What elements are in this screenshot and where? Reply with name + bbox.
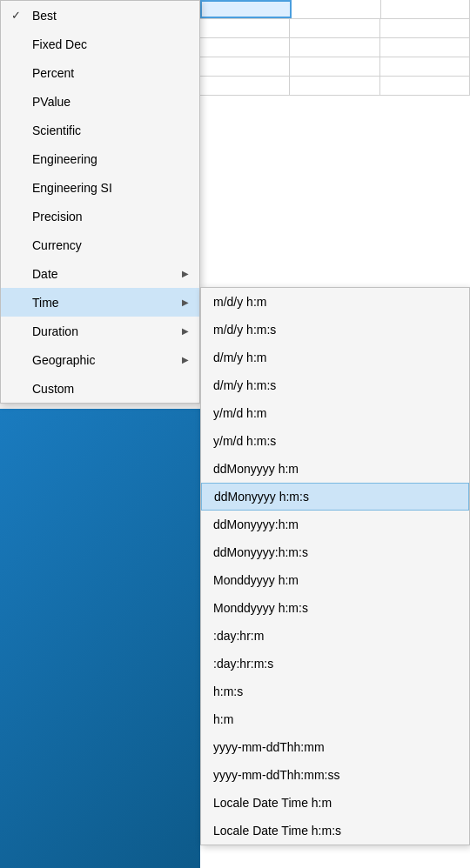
menu-label-scientific: Scientific [32,124,189,137]
submenu-item-day-hrm[interactable]: :day:hr:m [201,622,469,650]
submenu-label-ddmonyyyy-hms2: ddMonyyyy:h:m:s [213,545,308,559]
menu-label-currency: Currency [32,238,189,252]
submenu-label-day-hrms: :day:hr:m:s [213,657,273,671]
submenu-item-ddmonyyyy-hm2[interactable]: ddMonyyyy:h:m [201,511,469,538]
menu-label-geographic: Geographic [32,353,182,367]
selected-cell[interactable] [200,0,292,18]
submenu-label-ymd-hm: y/m/d h:m [213,406,266,420]
sidebar-blue-background [0,409,200,868]
submenu-item-ddmonyyyy-hms[interactable]: ddMonyyyy h:m:s [201,483,469,511]
spreadsheet-row [200,0,470,19]
menu-item-fixed-dec[interactable]: Fixed Dec [1,30,199,58]
menu-item-percent[interactable]: Percent [1,58,199,87]
submenu-item-ymd-hms[interactable]: y/m/d h:m:s [201,427,469,455]
submenu-arrow-date: ▶ [182,269,189,278]
submenu-item-iso-hhmmss[interactable]: yyyy-mm-ddThh:mm:ss [201,761,469,789]
spreadsheet-row [200,57,470,77]
submenu-item-dmy-hms[interactable]: d/m/y h:m:s [201,371,469,399]
submenu-label-monddyyyy-hms: Monddyyyy h:m:s [213,601,308,615]
menu-item-currency[interactable]: Currency [1,230,199,259]
menu-label-precision: Precision [32,210,189,224]
submenu-item-ddmonyyyy-hm[interactable]: ddMonyyyy h:m [201,455,469,483]
spreadsheet-cell[interactable] [200,77,290,95]
menu-item-geographic[interactable]: Geographic▶ [1,345,199,374]
submenu-label-locale-hms: Locale Date Time h:m:s [213,824,341,838]
submenu-label-hm: h:m [213,712,233,726]
submenu-item-monddyyyy-hm[interactable]: Monddyyyy h:m [201,566,469,594]
menu-item-pvalue[interactable]: PValue [1,87,199,116]
menu-item-time[interactable]: Time▶ [1,288,199,317]
menu-item-scientific[interactable]: Scientific [1,116,199,144]
submenu-label-ddmonyyyy-hms: ddMonyyyy h:m:s [214,490,309,504]
menu-label-percent: Percent [32,66,189,80]
spreadsheet-row [200,38,470,57]
submenu-arrow-duration: ▶ [182,326,189,336]
menu-label-date: Date [32,267,182,281]
menu-item-engineering[interactable]: Engineering [1,144,199,173]
submenu-item-hms[interactable]: h:m:s [201,678,469,705]
menu-label-duration: Duration [32,324,182,338]
spreadsheet-cell[interactable] [290,77,379,95]
menu-label-time: Time [32,296,182,310]
submenu-label-iso-hhmmss: yyyy-mm-ddThh:mm:ss [213,768,339,782]
spreadsheet-cell[interactable] [200,19,290,37]
submenu-label-hms: h:m:s [213,684,243,698]
spreadsheet-cell[interactable] [290,57,379,76]
check-icon-best: ✓ [11,9,29,22]
submenu-label-day-hrm: :day:hr:m [213,629,264,643]
spreadsheet-row [200,19,470,38]
spreadsheet-cell[interactable] [292,0,380,18]
spreadsheet-cell[interactable] [290,38,379,57]
submenu-arrow-time: ▶ [182,297,189,307]
submenu-item-locale-hm[interactable]: Locale Date Time h:m [201,789,469,817]
menu-item-precision[interactable]: Precision [1,202,199,230]
submenu-item-ddmonyyyy-hms2[interactable]: ddMonyyyy:h:m:s [201,538,469,566]
submenu-item-iso-hhmm[interactable]: yyyy-mm-ddThh:mm [201,733,469,761]
menu-label-custom: Custom [32,382,189,396]
menu-label-fixed-dec: Fixed Dec [32,37,189,51]
menu-item-duration[interactable]: Duration▶ [1,317,199,345]
submenu-label-ymd-hms: y/m/d h:m:s [213,434,276,448]
submenu-label-dmy-hms: d/m/y h:m:s [213,378,276,392]
spreadsheet-cell[interactable] [290,19,379,37]
submenu-item-hm[interactable]: h:m [201,705,469,733]
menu-label-best: Best [32,9,189,23]
submenu-item-locale-hms[interactable]: Locale Date Time h:m:s [201,817,469,845]
menu-item-engineering-si[interactable]: Engineering SI [1,173,199,202]
menu-label-pvalue: PValue [32,95,189,109]
menu-label-engineering-si: Engineering SI [32,181,189,195]
spreadsheet-cell[interactable] [381,0,470,18]
submenu-item-dmy-hm[interactable]: d/m/y h:m [201,344,469,371]
submenu-label-mdy-hms: m/d/y h:m:s [213,323,276,337]
submenu-label-ddmonyyyy-hm2: ddMonyyyy:h:m [213,517,299,531]
submenu-item-day-hrms[interactable]: :day:hr:m:s [201,650,469,678]
submenu-label-mdy-hm: m/d/y h:m [213,295,266,309]
submenu-label-monddyyyy-hm: Monddyyyy h:m [213,573,299,587]
submenu-item-mdy-hms[interactable]: m/d/y h:m:s [201,316,469,344]
menu-item-date[interactable]: Date▶ [1,259,199,288]
submenu-label-iso-hhmm: yyyy-mm-ddThh:mm [213,740,325,754]
spreadsheet-cell[interactable] [380,57,470,76]
spreadsheet-cell[interactable] [200,38,290,57]
menu-item-custom[interactable]: Custom [1,374,199,403]
submenu-label-ddmonyyyy-hm: ddMonyyyy h:m [213,462,299,476]
submenu-arrow-geographic: ▶ [182,355,189,364]
menu-label-engineering: Engineering [32,152,189,166]
submenu-item-monddyyyy-hms[interactable]: Monddyyyy h:m:s [201,594,469,622]
spreadsheet-cell[interactable] [380,19,470,37]
spreadsheet-cell[interactable] [380,77,470,95]
submenu-item-ymd-hm[interactable]: y/m/d h:m [201,399,469,427]
spreadsheet-cell[interactable] [200,57,290,76]
spreadsheet-row [200,77,470,96]
submenu-item-mdy-hm[interactable]: m/d/y h:m [201,288,469,316]
spreadsheet-cell[interactable] [380,38,470,57]
submenu-label-dmy-hm: d/m/y h:m [213,351,266,364]
menu-item-best[interactable]: ✓Best [1,1,199,30]
time-format-submenu: m/d/y h:mm/d/y h:m:sd/m/y h:md/m/y h:m:s… [200,287,470,845]
submenu-label-locale-hm: Locale Date Time h:m [213,796,332,810]
format-type-menu: ✓BestFixed DecPercentPValueScientificEng… [0,0,200,404]
